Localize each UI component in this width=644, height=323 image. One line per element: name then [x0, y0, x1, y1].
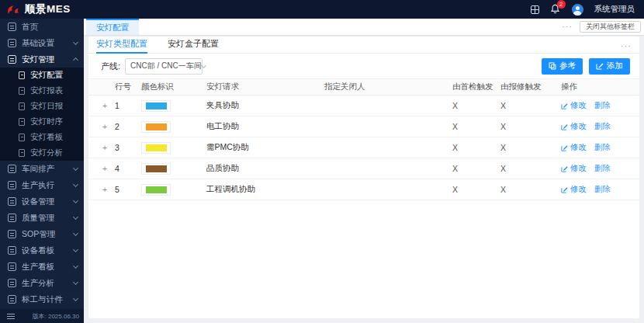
add-button[interactable]: 添加: [589, 58, 630, 75]
chevron-down-icon: [201, 62, 206, 68]
first-inspect-flag: X: [452, 101, 500, 110]
table-row: + 3 需PMC协助 X X 修改 删除: [88, 137, 639, 158]
sidebar-item-production-execution[interactable]: 生产执行: [0, 177, 84, 193]
chevron-up-icon: [73, 57, 78, 63]
sidebar-item-production-board[interactable]: 生产看板: [0, 259, 84, 275]
chevron-down-icon: [73, 182, 78, 187]
notification-bell[interactable]: 2: [550, 4, 561, 15]
edit-link[interactable]: 修改: [561, 163, 587, 174]
row-number: 2: [115, 122, 141, 131]
submenu-item-andon-daily[interactable]: 安灯日报: [0, 99, 84, 114]
edit-link[interactable]: 修改: [561, 184, 587, 195]
reference-button[interactable]: 参考: [542, 58, 583, 75]
row-expander[interactable]: +: [95, 185, 115, 194]
topbar-actions: 2 系统管理员: [531, 4, 644, 16]
production-line-value: CNC部 / CNC一车间: [130, 61, 202, 71]
edit-icon: [561, 186, 568, 193]
header-repair-trigger: 由报修触发: [500, 82, 561, 92]
submenu-item-andon-board[interactable]: 安灯看板: [0, 130, 84, 145]
sidebar: 首页 基础设置 安灯管理 安灯配置 安灯报表: [0, 19, 84, 323]
sidebar-item-sop-management[interactable]: SOP管理: [0, 226, 84, 242]
color-swatch: [141, 142, 171, 154]
collapse-menu-icon[interactable]: [7, 316, 15, 317]
chevron-down-icon: [73, 40, 78, 45]
andon-submenu: 安灯配置 安灯报表 安灯日报 安灯时序 安灯看板: [0, 68, 84, 161]
header-color-mark: 颜色标识: [141, 82, 206, 92]
delete-link[interactable]: 删除: [594, 121, 611, 132]
first-inspect-flag: X: [452, 143, 500, 152]
chevron-down-icon: [73, 280, 78, 285]
repair-flag: X: [500, 185, 561, 194]
sidebar-item-piecework[interactable]: 标工与计件: [0, 291, 84, 307]
edit-link[interactable]: 修改: [561, 142, 587, 153]
edit-icon: [561, 165, 568, 172]
andon-lamp-icon: [8, 55, 16, 64]
row-number: 3: [115, 143, 141, 152]
user-avatar[interactable]: [572, 4, 583, 16]
row-expander[interactable]: +: [95, 101, 115, 110]
chevron-down-icon: [73, 231, 78, 236]
header-row-number: 行号: [115, 82, 141, 92]
copy-icon: [549, 62, 556, 70]
color-swatch: [141, 184, 171, 196]
andon-request: 电工协助: [206, 121, 324, 132]
user-name: 系统管理员: [594, 4, 635, 15]
sidebar-item-production-analysis[interactable]: 生产分析: [0, 275, 84, 291]
repair-flag: X: [500, 143, 561, 152]
edit-link[interactable]: 修改: [561, 121, 587, 132]
document-icon: [19, 118, 25, 126]
row-expander[interactable]: +: [95, 122, 115, 131]
fullscreen-grid-icon[interactable]: [531, 5, 539, 14]
delete-link[interactable]: 删除: [594, 163, 611, 174]
brand-logo[interactable]: 顺景MES: [0, 2, 84, 16]
production-line-label: 产线:: [101, 61, 120, 72]
row-number: 5: [115, 185, 141, 194]
sidebar-menu: 首页 基础设置 安灯管理 安灯配置 安灯报表: [0, 19, 84, 309]
sidebar-item-andon-management[interactable]: 安灯管理: [0, 51, 84, 68]
repair-flag: X: [500, 164, 561, 173]
repair-flag: X: [500, 101, 561, 110]
edit-icon: [561, 123, 568, 130]
row-number: 1: [115, 101, 141, 110]
andon-request: 夹具协助: [206, 100, 324, 111]
delete-link[interactable]: 删除: [594, 142, 611, 153]
tab-more-icon[interactable]: ···: [562, 23, 573, 31]
color-swatch: [141, 121, 171, 133]
close-other-tabs-button[interactable]: 关闭其他标签栏: [580, 21, 641, 33]
row-expander[interactable]: +: [95, 164, 115, 173]
sidebar-item-home[interactable]: 首页: [0, 19, 84, 35]
toolbar-buttons: 参考 添加: [542, 58, 630, 75]
submenu-item-andon-analysis[interactable]: 安灯分析: [0, 145, 84, 161]
delete-link[interactable]: 删除: [594, 184, 611, 195]
equipment-icon: [8, 197, 16, 206]
analysis-chart-icon: [8, 279, 16, 287]
delete-link[interactable]: 删除: [594, 100, 611, 111]
submenu-item-andon-report[interactable]: 安灯报表: [0, 83, 84, 99]
card-tabs: 安灯类型配置 安灯盒子配置 ···: [88, 36, 639, 54]
device-board-icon: [8, 246, 16, 255]
sidebar-item-equipment-management[interactable]: 设备管理: [0, 193, 84, 210]
production-line-select[interactable]: CNC部 / CNC一车间: [125, 58, 203, 75]
color-swatch: [141, 163, 171, 175]
tab-andon-type-config[interactable]: 安灯类型配置: [96, 38, 147, 53]
sidebar-item-workshop-scheduling[interactable]: 车间排产: [0, 161, 84, 177]
sidebar-item-quality-management[interactable]: 质量管理: [0, 210, 84, 226]
submenu-item-andon-config[interactable]: 安灯配置: [0, 68, 84, 83]
row-expander[interactable]: +: [95, 143, 115, 152]
chevron-down-icon: [73, 165, 78, 171]
production-icon: [8, 181, 16, 189]
document-icon: [19, 134, 25, 141]
submenu-item-andon-timeline[interactable]: 安灯时序: [0, 114, 84, 130]
page-tab-andon-config[interactable]: 安灯配置: [86, 19, 139, 35]
chevron-down-icon: [73, 214, 78, 220]
sidebar-item-device-board[interactable]: 设备看板: [0, 242, 84, 259]
andon-request: 工程调机协助: [206, 184, 324, 195]
sidebar-item-basic-settings[interactable]: 基础设置: [0, 35, 84, 51]
home-icon: [8, 23, 16, 31]
tab-andon-box-config[interactable]: 安灯盒子配置: [168, 38, 219, 53]
card-more-icon[interactable]: ···: [621, 42, 632, 53]
table-row: + 4 品质协助 X X 修改 删除: [88, 158, 639, 179]
edit-link[interactable]: 修改: [561, 100, 587, 111]
row-number: 4: [115, 164, 141, 173]
header-operations: 操作: [561, 82, 639, 92]
